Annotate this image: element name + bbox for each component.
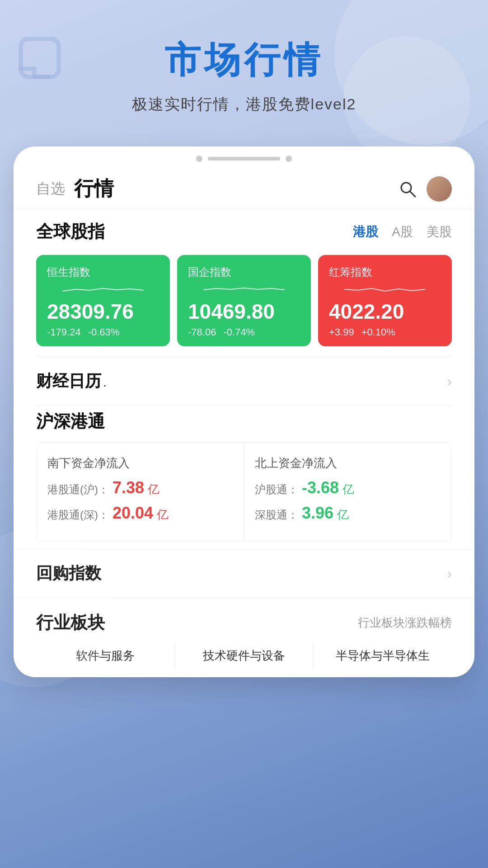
page-title: 市场行情 <box>27 36 461 85</box>
global-index-title: 全球股指 <box>36 220 105 243</box>
calendar-title: 财经日历 <box>36 372 101 390</box>
hudao-south-row-1: 港股通(沪)： 7.38 亿 <box>47 478 233 497</box>
hudao-north-value-1: -3.68 <box>302 478 339 497</box>
industry-card-label-2: 技术硬件与设备 <box>203 649 285 662</box>
hudao-north-row-1: 沪股通： -3.68 亿 <box>255 478 441 497</box>
industry-link[interactable]: 行业板块涨跌幅榜 <box>358 615 452 631</box>
buyback-arrow: › <box>447 565 452 582</box>
hudao-south-title: 南下资金净流入 <box>47 455 233 471</box>
header-section: 市场行情 极速实时行情，港股免费level2 <box>0 0 488 133</box>
global-index-header: 全球股指 港股 A股 美股 <box>14 209 474 250</box>
industry-card-2[interactable]: 技术硬件与设备 <box>175 643 314 668</box>
industry-card-label-3: 半导体与半导体生 <box>336 649 430 662</box>
hscei-changes: -78.06 -0.74% <box>188 326 300 338</box>
hudao-north-title: 北上资金净流入 <box>255 455 441 471</box>
hudao-south-row-2: 港股通(深)： 20.04 亿 <box>47 504 233 523</box>
hudao-north-value-2: 3.96 <box>302 504 333 523</box>
calendar-arrow: › <box>447 373 452 390</box>
hscei-name: 国企指数 <box>188 265 300 279</box>
index-tabs: 港股 A股 美股 <box>353 223 452 241</box>
hscei-change-pct: -0.74% <box>223 326 255 338</box>
svg-line-2 <box>410 191 415 197</box>
hudao-title: 沪深港通 <box>36 410 452 433</box>
nav-right <box>398 176 452 202</box>
tab-a[interactable]: A股 <box>392 223 413 241</box>
hudao-south-value-1: 7.38 <box>113 478 144 497</box>
hscei-value: 10469.80 <box>188 301 300 322</box>
tab-us[interactable]: 美股 <box>427 223 452 241</box>
hcci-change: +3.99 <box>329 326 354 338</box>
hudao-south-label-2: 港股通(深)： <box>47 508 109 522</box>
hsi-change: -179.24 <box>47 326 81 338</box>
svg-rect-0 <box>21 39 59 77</box>
page-subtitle: 极速实时行情，港股免费level2 <box>27 94 461 115</box>
indicator-dot-right <box>286 156 292 162</box>
hsi-value: 28309.76 <box>47 301 159 322</box>
hcci-wave <box>329 283 441 297</box>
hudao-cell-north: 北上资金净流入 沪股通： -3.68 亿 深股通： 3.96 亿 <box>244 443 451 542</box>
hudao-south-unit-2: 亿 <box>157 507 169 523</box>
hsi-change-pct: -0.63% <box>88 326 120 338</box>
app-logo <box>18 36 72 90</box>
search-icon[interactable] <box>398 179 418 199</box>
hudao-north-unit-2: 亿 <box>337 507 349 523</box>
hcci-change-pct: +0.10% <box>361 326 395 338</box>
index-cards-container: 恒生指数 28309.76 -179.24 -0.63% 国企指数 10469.… <box>14 250 474 357</box>
hsi-wave <box>47 283 159 297</box>
hudao-north-unit-1: 亿 <box>343 481 354 497</box>
hudao-south-value-2: 20.04 <box>113 504 153 523</box>
nav-left: 自选 行情 <box>36 175 114 202</box>
hudao-north-label-2: 深股通： <box>255 508 298 522</box>
hudao-section: 沪深港通 南下资金净流入 港股通(沪)： 7.38 亿 港股通(深)： 20.0… <box>14 406 474 542</box>
indicator-bar <box>208 157 280 160</box>
hudao-north-label-1: 沪股通： <box>255 482 298 497</box>
index-card-hcci[interactable]: 红筹指数 4022.20 +3.99 +0.10% <box>318 255 452 346</box>
index-card-hsi[interactable]: 恒生指数 28309.76 -179.24 -0.63% <box>36 255 170 346</box>
hsi-changes: -179.24 -0.63% <box>47 326 159 338</box>
avatar[interactable] <box>427 176 452 202</box>
hcci-value: 4022.20 <box>329 301 441 322</box>
avatar-image <box>427 176 452 202</box>
nav-zixuan-label[interactable]: 自选 <box>36 179 65 199</box>
hudao-grid: 南下资金净流入 港股通(沪)： 7.38 亿 港股通(深)： 20.04 亿 北… <box>36 442 452 542</box>
hscei-change: -78.06 <box>188 326 216 338</box>
index-card-hscei[interactable]: 国企指数 10469.80 -78.06 -0.74% <box>177 255 311 346</box>
hudao-south-unit-1: 亿 <box>148 481 160 497</box>
hudao-cell-south: 南下资金净流入 港股通(沪)： 7.38 亿 港股通(深)： 20.04 亿 <box>37 443 244 542</box>
calendar-dots: . <box>103 375 107 389</box>
app-navbar: 自选 行情 <box>14 166 474 209</box>
hcci-name: 红筹指数 <box>329 265 441 279</box>
industry-card-3[interactable]: 半导体与半导体生 <box>314 643 452 668</box>
hcci-changes: +3.99 +0.10% <box>329 326 441 338</box>
hscei-wave <box>188 283 300 297</box>
hudao-north-row-2: 深股通： 3.96 亿 <box>255 504 441 523</box>
financial-calendar-row[interactable]: 财经日历. › <box>14 358 474 405</box>
hudao-south-label-1: 港股通(沪)： <box>47 482 109 497</box>
hsi-name: 恒生指数 <box>47 265 159 279</box>
indicator-dot-left <box>196 156 202 162</box>
nav-title-label: 行情 <box>74 175 114 202</box>
tab-hk[interactable]: 港股 <box>353 223 378 241</box>
